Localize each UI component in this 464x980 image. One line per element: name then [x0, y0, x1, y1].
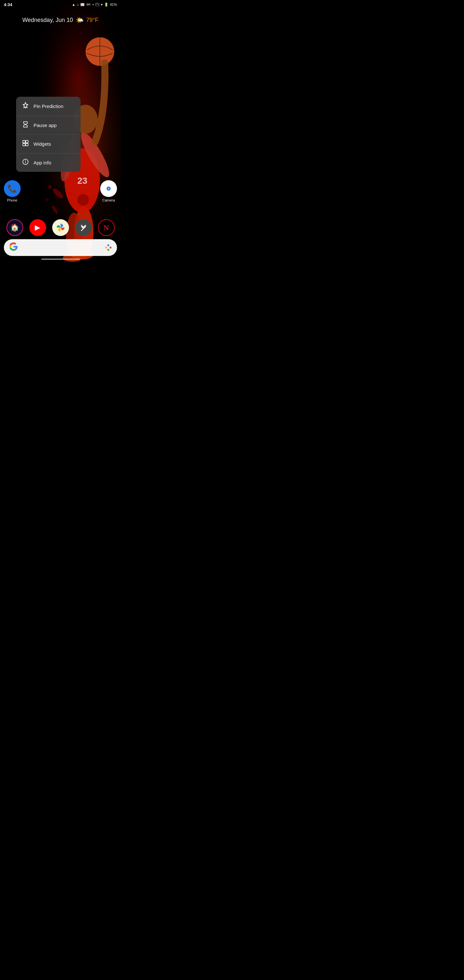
phone-app-icon: 📞	[4, 180, 21, 197]
youtube-music-app[interactable]: ▶	[29, 219, 46, 236]
google-mic-icon	[105, 244, 112, 251]
pin-icon	[22, 102, 29, 111]
svg-point-30	[108, 188, 109, 189]
svg-point-32	[107, 244, 109, 246]
svg-point-35	[105, 247, 107, 248]
status-time: 4:34	[4, 2, 12, 7]
phone-app[interactable]: 📞 Phone	[4, 180, 21, 202]
info-icon	[22, 159, 29, 167]
svg-rect-22	[23, 143, 25, 146]
context-menu: Pin Prediction Pause app Widgets	[16, 97, 81, 172]
phone-app-label: Phone	[7, 198, 17, 202]
temperature-text: 79°F	[86, 17, 99, 24]
bottom-dock: 🏠 ▶ N	[0, 219, 121, 236]
widgets-icon	[22, 140, 29, 148]
home-launcher-app[interactable]: 🏠	[6, 219, 23, 236]
weather-icon: 🌤️	[76, 16, 84, 24]
tidal-icon	[75, 219, 92, 236]
menu-item-app-info[interactable]: App info	[16, 153, 81, 172]
battery-icon: 🔋	[104, 3, 109, 7]
google-g-icon	[9, 242, 18, 253]
svg-rect-23	[26, 143, 29, 146]
menu-item-pause-app[interactable]: Pause app	[16, 116, 81, 135]
widgets-label: Widgets	[33, 141, 51, 147]
camera-app[interactable]: Camera	[100, 180, 117, 202]
status-bar: 4:34 ▲ ⌂ 📰 BR • 📳 ▾ 🔋 41%	[0, 0, 121, 9]
dot-icon: •	[92, 3, 94, 6]
app-info-label: App info	[33, 160, 51, 165]
home-icon-status: ⌂	[77, 3, 79, 6]
battery-percent: 41%	[110, 3, 117, 6]
hourglass-icon	[22, 121, 29, 129]
date-weather-widget: Wednesday, Jun 10 🌤️ 79°F	[0, 16, 121, 24]
netflix-icon: N	[98, 219, 115, 236]
vibrate-icon: 📳	[95, 3, 100, 7]
home-indicator	[41, 259, 80, 260]
news-icon: 📰	[80, 3, 85, 7]
svg-point-34	[107, 249, 109, 251]
netflix-app[interactable]: N	[98, 219, 115, 236]
svg-rect-21	[26, 140, 29, 143]
camera-app-label: Camera	[102, 198, 115, 202]
pinwheel-icon	[52, 219, 69, 236]
notification-icon: ▲	[72, 3, 75, 6]
search-bar[interactable]	[4, 239, 117, 256]
pause-app-label: Pause app	[33, 123, 57, 128]
pinwheel-app[interactable]	[52, 219, 69, 236]
camera-app-icon	[100, 180, 117, 197]
menu-item-pin-prediction[interactable]: Pin Prediction	[16, 97, 81, 116]
menu-item-widgets[interactable]: Widgets	[16, 135, 81, 153]
svg-point-33	[110, 247, 111, 248]
date-text: Wednesday, Jun 10	[22, 17, 73, 24]
wifi-icon: ▾	[101, 3, 103, 7]
tidal-app[interactable]	[75, 219, 92, 236]
corner-apps: 📞 Phone Camera	[0, 180, 121, 202]
status-icons: ▲ ⌂ 📰 BR • 📳 ▾ 🔋 41%	[72, 3, 117, 7]
pin-prediction-label: Pin Prediction	[33, 103, 64, 109]
home-launcher-icon: 🏠	[6, 219, 23, 236]
youtube-music-icon: ▶	[29, 219, 46, 236]
br-icon: BR	[86, 3, 92, 6]
svg-rect-20	[23, 140, 25, 143]
